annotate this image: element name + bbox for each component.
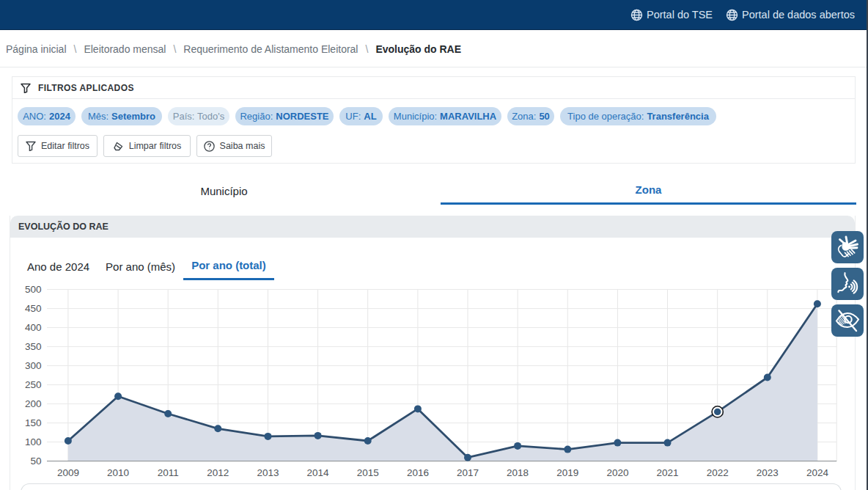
svg-text:2013: 2013 [257, 467, 279, 478]
svg-text:2009: 2009 [57, 467, 79, 478]
svg-text:50: 50 [30, 456, 41, 467]
svg-text:2015: 2015 [357, 467, 379, 478]
svg-text:450: 450 [25, 303, 42, 314]
svg-text:2011: 2011 [158, 467, 179, 478]
svg-text:2014: 2014 [307, 467, 330, 478]
svg-text:400: 400 [25, 322, 42, 333]
svg-text:100: 100 [25, 436, 42, 447]
svg-text:2018: 2018 [507, 467, 529, 478]
svg-text:2020: 2020 [606, 467, 628, 478]
svg-text:2017: 2017 [457, 467, 479, 478]
svg-text:350: 350 [25, 341, 42, 352]
svg-text:2010: 2010 [107, 467, 129, 478]
svg-text:500: 500 [25, 284, 42, 295]
svg-text:2022: 2022 [707, 467, 729, 478]
svg-text:2019: 2019 [556, 467, 578, 478]
svg-text:300: 300 [25, 360, 42, 371]
svg-text:2016: 2016 [407, 467, 429, 478]
svg-text:150: 150 [25, 417, 42, 428]
svg-text:2012: 2012 [207, 467, 229, 478]
svg-text:200: 200 [25, 398, 42, 409]
svg-text:2021: 2021 [656, 467, 678, 478]
svg-text:250: 250 [25, 379, 42, 390]
svg-text:2024: 2024 [806, 467, 829, 478]
svg-text:2023: 2023 [757, 467, 779, 478]
